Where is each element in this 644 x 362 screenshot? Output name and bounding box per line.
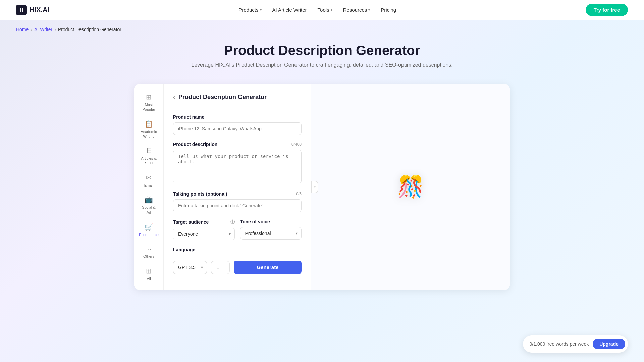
breadcrumb-separator: ›: [54, 27, 56, 32]
breadcrumb-ai-writer[interactable]: AI Writer: [34, 27, 52, 32]
form-title: Product Description Generator: [178, 94, 267, 101]
back-button[interactable]: ‹: [173, 94, 175, 101]
form-panel: ‹ Product Description Generator Product …: [164, 84, 311, 290]
talking-points-label: Talking points (optional) 0/5: [173, 191, 302, 197]
info-icon[interactable]: ⓘ: [230, 219, 235, 225]
sidebar-item-label: Academic Writing: [140, 129, 158, 139]
monitor-icon: 🖥: [146, 147, 152, 155]
logo-icon: H: [16, 5, 27, 15]
nav-resources[interactable]: Resources ▾: [343, 7, 370, 13]
logo-text: HIX.AI: [30, 6, 49, 14]
sidebar-item-label: Others: [143, 254, 154, 259]
cart-icon: 🛒: [145, 223, 153, 231]
language-group: Language: [173, 247, 302, 252]
nav-products[interactable]: Products ▾: [238, 7, 261, 13]
talking-points-group: Talking points (optional) 0/5: [173, 191, 302, 212]
email-icon: ✉: [146, 174, 152, 182]
breadcrumb-current: Product Description Generator: [58, 27, 121, 32]
chevron-down-icon: ▾: [260, 8, 262, 12]
social-icon: 📺: [145, 196, 153, 204]
product-description-textarea[interactable]: [173, 150, 302, 183]
sidebar-item-label: Email: [144, 183, 154, 188]
generate-button[interactable]: Generate: [234, 261, 302, 274]
sidebar-item-label: All: [147, 276, 151, 281]
tone-of-voice-label: Tone of voice: [240, 219, 302, 224]
model-select-wrap: GPT 3.5 GPT 4 ▾: [173, 261, 207, 274]
tone-of-voice-select-wrap: Professional Casual Formal Friendly Humo…: [240, 227, 302, 240]
product-name-label: Product name: [173, 114, 302, 120]
upgrade-button[interactable]: Upgrade: [593, 339, 625, 349]
collapse-panel-button[interactable]: «: [311, 181, 318, 193]
product-description-label: Product description 0/400: [173, 142, 302, 147]
grid-icon: ⊞: [146, 93, 152, 101]
nav-links: Products ▾ AI Article Writer Tools ▾ Res…: [238, 7, 396, 13]
tone-of-voice-col: Tone of voice Professional Casual Formal…: [240, 219, 302, 240]
page-subtitle: Leverage HIX.AI's Product Description Ge…: [16, 62, 628, 68]
sidebar-item-email[interactable]: ✉ Email: [136, 170, 162, 191]
tone-of-voice-select[interactable]: Professional Casual Formal Friendly Humo…: [240, 227, 302, 240]
sidebar-item-others[interactable]: ··· Others: [136, 242, 162, 262]
sidebar-item-label: Most Popular: [140, 102, 158, 112]
all-icon: ⊞: [146, 267, 152, 275]
sidebar-item-all[interactable]: ⊞ All: [136, 263, 162, 284]
sidebar-item-ecommerce[interactable]: 🛒 Ecommerce: [136, 220, 162, 240]
document-icon: 📋: [145, 120, 153, 128]
model-select[interactable]: GPT 3.5 GPT 4: [173, 261, 207, 274]
breadcrumb: Home › AI Writer › Product Description G…: [0, 20, 644, 32]
talking-points-input[interactable]: [173, 199, 302, 212]
talking-points-counter: 0/5: [296, 192, 302, 196]
nav-pricing[interactable]: Pricing: [381, 7, 396, 13]
illustration-emoji: 🎊: [397, 174, 424, 199]
sidebar-item-label: Ecommerce: [139, 232, 159, 237]
sidebar: ⊞ Most Popular 📋 Academic Writing 🖥 Arti…: [134, 84, 164, 290]
audience-tone-row: Target audience ⓘ Everyone Professionals…: [173, 219, 302, 240]
output-panel: « 🎊: [311, 84, 510, 290]
sidebar-item-social-ad[interactable]: 📺 Social & Ad: [136, 192, 162, 218]
product-name-input[interactable]: [173, 122, 302, 135]
product-description-group: Product description 0/400: [173, 142, 302, 185]
page-hero: Product Description Generator Leverage H…: [0, 32, 644, 84]
breadcrumb-home[interactable]: Home: [16, 27, 29, 32]
form-bottom-bar: GPT 3.5 GPT 4 ▾ Generate: [173, 255, 302, 274]
target-audience-col: Target audience ⓘ Everyone Professionals…: [173, 219, 235, 240]
logo[interactable]: H HIX.AI: [16, 5, 49, 15]
navigation: H HIX.AI Products ▾ AI Article Writer To…: [0, 0, 644, 20]
nav-ai-article-writer[interactable]: AI Article Writer: [272, 7, 307, 13]
output-illustration: 🎊: [397, 174, 424, 199]
tool-card: ⊞ Most Popular 📋 Academic Writing 🖥 Arti…: [134, 84, 510, 290]
try-free-button[interactable]: Try for free: [586, 4, 628, 16]
main-content: ⊞ Most Popular 📋 Academic Writing 🖥 Arti…: [0, 84, 644, 290]
page-title: Product Description Generator: [16, 43, 628, 58]
target-audience-select[interactable]: Everyone Professionals Students Develope…: [173, 228, 235, 240]
nav-right: Try for free: [586, 4, 628, 16]
language-label: Language: [173, 247, 302, 252]
bottom-notification-bar: 0/1,000 free words per week Upgrade: [523, 335, 628, 353]
form-header: ‹ Product Description Generator: [173, 94, 302, 106]
sidebar-item-most-popular[interactable]: ⊞ Most Popular: [136, 89, 162, 115]
sidebar-item-label: Articles & SEO: [140, 156, 158, 166]
chevron-down-icon: ▾: [331, 8, 332, 12]
product-name-group: Product name: [173, 114, 302, 135]
quantity-input[interactable]: [211, 261, 230, 274]
sidebar-item-articles-seo[interactable]: 🖥 Articles & SEO: [136, 143, 162, 169]
more-icon: ···: [146, 245, 152, 253]
sidebar-item-label: Social & Ad: [140, 205, 158, 215]
chevron-down-icon: ▾: [368, 8, 370, 12]
sidebar-item-academic-writing[interactable]: 📋 Academic Writing: [136, 117, 162, 142]
free-words-text: 0/1,000 free words per week: [530, 341, 589, 347]
breadcrumb-separator: ›: [31, 27, 32, 32]
target-audience-label: Target audience ⓘ: [173, 219, 235, 225]
nav-tools[interactable]: Tools ▾: [318, 7, 332, 13]
target-audience-select-wrap: Everyone Professionals Students Develope…: [173, 228, 235, 240]
description-counter: 0/400: [291, 142, 302, 147]
